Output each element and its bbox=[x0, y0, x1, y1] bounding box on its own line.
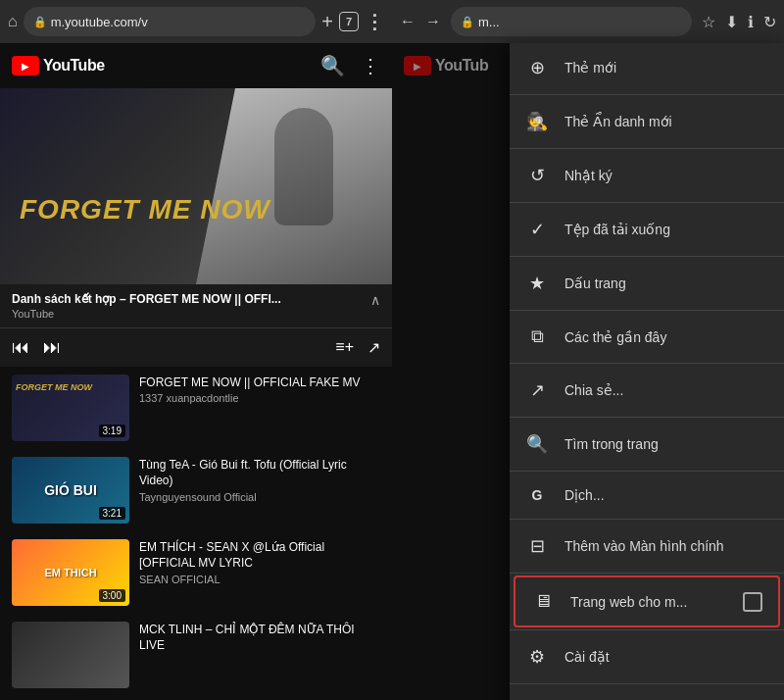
menu-text-the-moi: Thẻ mới bbox=[564, 60, 768, 75]
right-panel: ← → 🔒 m... ☆ ⬇ ℹ ↻ YouTub ⊕ Thẻ mới 🕵 Th… bbox=[392, 0, 784, 700]
list-item[interactable]: EM THICH 3:00 EM THÍCH - SEAN X @Lứa Off… bbox=[0, 531, 392, 614]
menu-divider-6 bbox=[510, 363, 784, 364]
video-list-left: FORGET ME NOW 3:19 FORGET ME NOW || OFFI… bbox=[0, 367, 392, 700]
forward-icon[interactable]: → bbox=[425, 13, 441, 30]
menu-item-desktop-site[interactable]: 🖥 Trang web cho m... bbox=[514, 575, 780, 627]
menu-text-translate: Dịch... bbox=[564, 487, 768, 503]
person-silhouette bbox=[274, 108, 333, 225]
menu-text-find: Tìm trong trang bbox=[564, 436, 768, 452]
thumb-duration-1: 3:19 bbox=[99, 425, 125, 437]
address-bar-right[interactable]: 🔒 m... bbox=[451, 7, 692, 36]
menu-text-downloads: Tệp đã tải xuống bbox=[564, 222, 768, 237]
video-info-2: Tùng TeA - Gió Bui ft. Tofu (Official Ly… bbox=[139, 457, 380, 504]
home-icon[interactable]: ⌂ bbox=[8, 13, 18, 30]
yt-logo-text-right: YouTub bbox=[435, 57, 488, 75]
menu-divider-12 bbox=[510, 683, 784, 684]
info-icon[interactable]: ℹ bbox=[748, 13, 754, 31]
prev-icon[interactable]: ⏮ bbox=[12, 337, 29, 358]
yt-logo-left[interactable]: YouTube bbox=[12, 56, 105, 75]
share-menu-icon: ↗ bbox=[525, 379, 549, 401]
menu-item-settings[interactable]: ⚙ Cài đặt bbox=[510, 632, 784, 681]
menu-item-share[interactable]: ↗ Chia sẻ... bbox=[510, 366, 784, 415]
next-icon[interactable]: ⏭ bbox=[43, 337, 61, 358]
incognito-icon: 🕵 bbox=[525, 111, 549, 132]
tab-count[interactable]: 7 bbox=[339, 12, 359, 31]
yt-logo-text-left: YouTube bbox=[43, 57, 105, 75]
menu-divider-4 bbox=[510, 256, 784, 257]
thumb-duration-3: 3:00 bbox=[99, 589, 125, 602]
video-title-1: FORGET ME NOW || OFFICIAL FAKE MV bbox=[139, 375, 380, 391]
back-icon[interactable]: ← bbox=[400, 13, 416, 30]
video-title-4: MCK TLINH – CHỈ MỘT ĐÊM NỮA THÔI LIVE bbox=[139, 622, 380, 655]
menu-text-share: Chia sẻ... bbox=[564, 382, 768, 398]
more-icon-left[interactable]: ⋮ bbox=[361, 54, 380, 77]
yt-icon-left bbox=[12, 56, 39, 75]
menu-text-recent-tabs: Các thẻ gần đây bbox=[564, 329, 768, 345]
more-menu-icon-left[interactable]: ⋮ bbox=[365, 10, 384, 33]
download-icon[interactable]: ⬇ bbox=[725, 13, 738, 31]
video-channel-3: SEAN OFFICIAL bbox=[139, 574, 380, 585]
menu-text-history: Nhật ký bbox=[564, 168, 768, 183]
menu-divider-7 bbox=[510, 417, 784, 418]
menu-text-incognito: Thẻ Ẩn danh mới bbox=[564, 114, 768, 129]
list-item[interactable]: GIÓ BUI 3:21 Tùng TeA - Gió Bui ft. Tofu… bbox=[0, 449, 392, 531]
menu-text-bookmarks: Dấu trang bbox=[564, 275, 768, 291]
video-thumb-2: GIÓ BUI 3:21 bbox=[12, 457, 129, 524]
menu-item-find[interactable]: 🔍 Tìm trong trang bbox=[510, 420, 784, 469]
menu-item-history[interactable]: ↺ Nhật ký bbox=[510, 151, 784, 200]
add-tab-icon[interactable]: + bbox=[321, 11, 333, 33]
expand-icon[interactable]: ∧ bbox=[370, 292, 380, 308]
translate-icon: G bbox=[525, 487, 549, 503]
menu-item-bookmarks[interactable]: ★ Dấu trang bbox=[510, 259, 784, 308]
video-info-3: EM THÍCH - SEAN X @Lứa Official [OFFICIA… bbox=[139, 539, 380, 586]
menu-text-desktop-site: Trang web cho m... bbox=[570, 594, 727, 610]
playlist-bar: Danh sách kết hợp – FORGET ME NOW || OFF… bbox=[0, 284, 392, 327]
video-info-1: FORGET ME NOW || OFFICIAL FAKE MV 1337 x… bbox=[139, 375, 380, 405]
menu-text-add-homescreen: Thêm vào Màn hình chính bbox=[564, 538, 768, 554]
url-text-right: m... bbox=[478, 15, 500, 29]
url-text-left: m.youtube.com/v bbox=[51, 15, 148, 29]
left-browser-bar: ⌂ 🔒 m.youtube.com/v + 7 ⋮ bbox=[0, 0, 392, 43]
menu-divider-10 bbox=[510, 573, 784, 574]
history-icon: ↺ bbox=[525, 165, 549, 186]
share-icon[interactable]: ↗ bbox=[368, 338, 380, 357]
menu-divider-11 bbox=[510, 629, 784, 630]
player-controls: ⏮ ⏭ ≡+ ↗ bbox=[0, 327, 392, 367]
recent-tabs-icon: ⧉ bbox=[525, 326, 549, 347]
video-hero-left: FORGET ME NOW bbox=[0, 88, 392, 284]
search-icon-left[interactable]: 🔍 bbox=[320, 54, 345, 77]
menu-item-translate[interactable]: G Dịch... bbox=[510, 474, 784, 517]
menu-item-recent-tabs[interactable]: ⧉ Các thẻ gần đây bbox=[510, 313, 784, 361]
menu-divider-2 bbox=[510, 148, 784, 149]
playlist-title[interactable]: Danh sách kết hợp – FORGET ME NOW || OFF… bbox=[12, 292, 281, 308]
playlist-sub: YouTube bbox=[12, 308, 281, 320]
refresh-icon[interactable]: ↻ bbox=[763, 13, 776, 31]
star-icon[interactable]: ☆ bbox=[702, 13, 715, 31]
menu-item-incognito[interactable]: 🕵 Thẻ Ẩn danh mới bbox=[510, 97, 784, 146]
lock-icon: 🔒 bbox=[33, 16, 47, 28]
address-bar-left[interactable]: 🔒 m.youtube.com/v bbox=[24, 7, 317, 36]
list-item[interactable]: FORGET ME NOW 3:19 FORGET ME NOW || OFFI… bbox=[0, 367, 392, 449]
menu-item-the-moi[interactable]: ⊕ Thẻ mới bbox=[510, 43, 784, 92]
video-channel-2: Taynguyensound Official bbox=[139, 491, 380, 503]
new-tab-icon: ⊕ bbox=[525, 57, 549, 78]
desktop-site-checkbox[interactable] bbox=[743, 592, 762, 612]
video-title-3: EM THÍCH - SEAN X @Lứa Official [OFFICIA… bbox=[139, 539, 380, 573]
bookmarks-icon: ★ bbox=[525, 273, 549, 294]
menu-item-add-homescreen[interactable]: ⊟ Thêm vào Màn hình chính bbox=[510, 522, 784, 571]
video-channel-1: 1337 xuanpacdontlie bbox=[139, 392, 380, 404]
settings-icon: ⚙ bbox=[525, 646, 549, 668]
menu-divider-8 bbox=[510, 471, 784, 472]
desktop-site-icon: 🖥 bbox=[531, 591, 555, 612]
menu-item-downloads[interactable]: ✓ Tệp đã tải xuống bbox=[510, 205, 784, 254]
menu-item-help[interactable]: ℹ Trợ giúp và phản hồi bbox=[510, 686, 784, 700]
thumb-label-1: FORGET ME NOW bbox=[16, 382, 92, 392]
menu-divider-5 bbox=[510, 310, 784, 311]
thumb-label-3: EM THICH bbox=[44, 567, 96, 578]
list-item[interactable]: MCK TLINH – CHỈ MỘT ĐÊM NỮA THÔI LIVE bbox=[0, 614, 392, 696]
video-thumb-4 bbox=[12, 622, 129, 688]
left-panel: ⌂ 🔒 m.youtube.com/v + 7 ⋮ YouTube 🔍 ⋮ FO… bbox=[0, 0, 392, 700]
video-thumb-3: EM THICH 3:00 bbox=[12, 539, 129, 606]
add-to-queue-icon[interactable]: ≡+ bbox=[335, 338, 354, 356]
yt-app-bar-left: YouTube 🔍 ⋮ bbox=[0, 43, 392, 88]
